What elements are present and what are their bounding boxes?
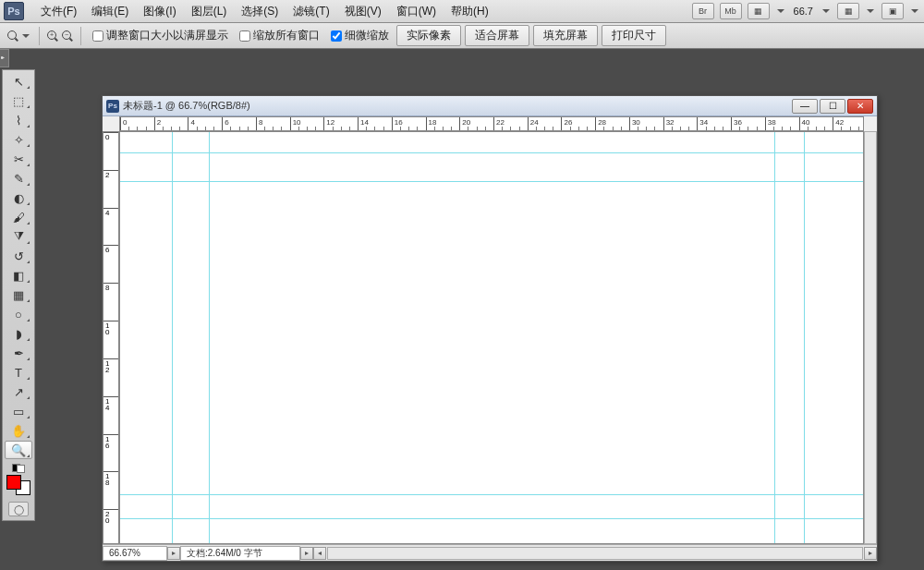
resize-window-label: 调整窗口大小以满屏显示: [106, 28, 228, 43]
minimize-button[interactable]: —: [792, 99, 818, 114]
status-zoom-arrow[interactable]: ▸: [167, 547, 180, 560]
fit-screen-button[interactable]: 适合屏幕: [465, 25, 529, 46]
zoom-all-box[interactable]: [239, 30, 250, 42]
zoom-display[interactable]: 66.7: [792, 6, 815, 17]
scrubby-zoom-box[interactable]: [331, 30, 342, 42]
screen-mode-icon[interactable]: ▦: [748, 3, 770, 19]
menu-filter[interactable]: 滤镜(T): [286, 4, 336, 19]
menu-image[interactable]: 图像(I): [136, 4, 183, 19]
tool-magic-wand[interactable]: ✧: [5, 130, 32, 149]
tool-brush[interactable]: 🖌: [5, 208, 32, 226]
app-logo: Ps: [4, 2, 24, 20]
document-icon: Ps: [106, 100, 119, 113]
tool-healing[interactable]: ◐: [5, 188, 32, 207]
tool-stamp[interactable]: ⧩: [5, 227, 32, 246]
print-size-button[interactable]: 打印尺寸: [602, 25, 666, 46]
menu-window[interactable]: 窗口(W): [389, 4, 444, 19]
separator: [80, 27, 81, 45]
workspace-icon[interactable]: ▣: [881, 3, 904, 19]
close-button[interactable]: ✕: [847, 99, 873, 114]
separator: [39, 27, 40, 45]
ruler-vertical[interactable]: 0246810121416182022: [103, 131, 119, 544]
document-titlebar[interactable]: Ps 未标题-1 @ 66.7%(RGB/8#) — ☐ ✕: [103, 96, 877, 116]
bridge-icon[interactable]: Br: [692, 3, 714, 19]
status-zoom[interactable]: 66.67%: [103, 546, 167, 561]
tool-eyedropper[interactable]: ✎: [5, 169, 32, 188]
panel-collapse-tab[interactable]: [0, 49, 9, 67]
minibridge-icon[interactable]: Mb: [720, 3, 742, 19]
guide-vertical[interactable]: [209, 132, 210, 543]
scrubby-zoom-label: 细微缩放: [345, 28, 389, 43]
menu-select[interactable]: 选择(S): [234, 4, 286, 19]
tool-move[interactable]: ↖: [5, 72, 32, 91]
zoom-out-icon: [62, 30, 73, 42]
swap-colors[interactable]: [6, 475, 30, 495]
tool-shape[interactable]: ▭: [5, 402, 32, 420]
menu-edit[interactable]: 编辑(E): [84, 4, 136, 19]
color-swatches: [5, 460, 32, 499]
scrollbar-vertical[interactable]: [864, 131, 877, 544]
arrange-icon[interactable]: ▦: [837, 3, 859, 19]
tool-type[interactable]: T: [5, 363, 32, 382]
menu-view[interactable]: 视图(V): [337, 4, 389, 19]
document-window: Ps 未标题-1 @ 66.7%(RGB/8#) — ☐ ✕ 024681012…: [102, 95, 878, 562]
scrollbar-horizontal[interactable]: [327, 547, 863, 560]
tool-lasso[interactable]: ⌇: [5, 111, 32, 129]
status-info-arrow[interactable]: ▸: [300, 547, 313, 560]
actual-pixels-button[interactable]: 实际像素: [396, 25, 461, 46]
scrubby-zoom-checkbox[interactable]: 细微缩放: [327, 28, 393, 43]
menu-bar: Ps 文件(F) 编辑(E) 图像(I) 图层(L) 选择(S) 滤镜(T) 视…: [0, 0, 924, 23]
zoom-icon: [7, 30, 18, 42]
foreground-color[interactable]: [6, 475, 21, 490]
resize-window-checkbox[interactable]: 调整窗口大小以满屏显示: [89, 28, 232, 43]
zoom-out-chip[interactable]: [62, 30, 73, 42]
guide-vertical[interactable]: [804, 132, 805, 543]
guide-vertical[interactable]: [172, 132, 173, 543]
menu-layer[interactable]: 图层(L): [184, 4, 235, 19]
guide-horizontal[interactable]: [120, 152, 863, 153]
zoom-in-chip[interactable]: [47, 30, 58, 42]
zoom-in-icon: [47, 30, 58, 42]
guide-horizontal[interactable]: [120, 494, 863, 495]
workspace-dropdown-icon[interactable]: [909, 6, 920, 17]
status-doc-info[interactable]: 文档:2.64M/0 字节: [180, 546, 300, 561]
tool-preset-dropdown-icon[interactable]: [20, 30, 31, 42]
tool-dodge[interactable]: ◗: [5, 324, 32, 343]
zoom-all-label: 缩放所有窗口: [253, 28, 320, 43]
tool-pen[interactable]: ✒: [5, 344, 32, 362]
scroll-left-arrow[interactable]: ◂: [313, 547, 326, 560]
arrange-dropdown-icon[interactable]: [865, 6, 876, 17]
default-colors-icon[interactable]: [12, 464, 25, 473]
ruler-horizontal[interactable]: 0246810121416182022242628303234363840424…: [119, 116, 864, 131]
tool-zoom[interactable]: 🔍: [5, 441, 32, 459]
canvas[interactable]: [119, 131, 864, 544]
tool-eraser[interactable]: ◧: [5, 266, 32, 285]
tool-crop[interactable]: ✂: [5, 150, 32, 168]
options-bar: 调整窗口大小以满屏显示 缩放所有窗口 细微缩放 实际像素 适合屏幕 填充屏幕 打…: [0, 23, 924, 49]
tool-path[interactable]: ↗: [5, 382, 32, 401]
tool-history-brush[interactable]: ↺: [5, 247, 32, 265]
document-title: 未标题-1 @ 66.7%(RGB/8#): [123, 99, 250, 113]
fill-screen-button[interactable]: 填充屏幕: [533, 25, 598, 46]
resize-window-box[interactable]: [92, 30, 103, 42]
tool-marquee[interactable]: ⬚: [5, 91, 32, 110]
menu-file[interactable]: 文件(F): [33, 4, 84, 19]
tool-hand[interactable]: ✋: [5, 421, 32, 440]
guide-vertical[interactable]: [774, 132, 775, 543]
zoom-dropdown-icon[interactable]: [821, 6, 832, 17]
zoom-all-checkbox[interactable]: 缩放所有窗口: [236, 28, 323, 43]
current-tool-chip[interactable]: [7, 30, 31, 42]
scroll-right-arrow[interactable]: ▸: [864, 547, 877, 560]
workspace: ↖⬚⌇✧✂✎◐🖌⧩↺◧▦○◗✒T↗▭✋🔍◯ Ps 未标题-1 @ 66.7%(R…: [0, 49, 924, 570]
maximize-button[interactable]: ☐: [820, 99, 845, 114]
menu-help[interactable]: 帮助(H): [444, 4, 496, 19]
quickmask-button[interactable]: ◯: [8, 502, 29, 516]
guide-horizontal[interactable]: [120, 181, 863, 182]
screen-mode-dropdown-icon[interactable]: [775, 6, 786, 17]
toolbox: ↖⬚⌇✧✂✎◐🖌⧩↺◧▦○◗✒T↗▭✋🔍◯: [2, 69, 35, 521]
status-bar: 66.67% ▸ 文档:2.64M/0 字节 ▸ ◂ ▸: [103, 544, 877, 561]
tool-blur[interactable]: ○: [5, 305, 32, 323]
guide-horizontal[interactable]: [120, 518, 863, 519]
tool-gradient[interactable]: ▦: [5, 285, 32, 304]
